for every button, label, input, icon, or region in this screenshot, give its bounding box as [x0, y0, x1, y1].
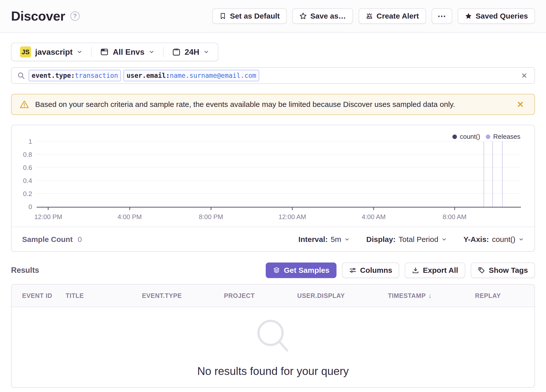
star-filled-icon [465, 12, 472, 20]
sample-count: Sample Count 0 [22, 235, 82, 244]
x-axis-tick-label: 12:00 AM [279, 213, 306, 221]
export-all-button[interactable]: Export All [405, 263, 465, 278]
interval-label: Interval: [298, 235, 328, 244]
create-alert-label: Create Alert [377, 12, 419, 20]
search-query[interactable]: event.type:transaction user.email:name.s… [29, 70, 516, 81]
legend-item-count[interactable]: count() [452, 133, 480, 141]
column-header-title[interactable]: TITLE [66, 292, 142, 299]
x-axis-tick-label: 4:00 PM [117, 213, 142, 221]
gridline [37, 180, 521, 181]
calendar-icon [172, 48, 181, 56]
count-series-dot-icon [452, 135, 457, 139]
time-range-filter[interactable]: 24H [164, 43, 218, 61]
y-axis-tick-label: 1 [29, 138, 32, 146]
display-value: Total Period [398, 235, 438, 244]
interval-dropdown[interactable]: Interval: 5m [298, 235, 350, 244]
column-label: EVENT.TYPE [142, 292, 182, 299]
clear-search-icon[interactable]: ✕ [520, 70, 529, 82]
set-as-default-label: Set as Default [230, 12, 280, 20]
chevron-down-icon [518, 237, 524, 242]
column-header-replay[interactable]: REPLAY [475, 292, 524, 299]
project-filter[interactable]: JS javascript [12, 43, 91, 61]
token-key: user.email: [126, 72, 170, 79]
chevron-down-icon [77, 49, 83, 55]
table-empty-state: No results found for your query [12, 307, 534, 388]
sliders-icon [349, 267, 357, 274]
y-axis-tick-label: 0.6 [23, 164, 32, 172]
column-header-event-type[interactable]: EVENT.TYPE [142, 292, 224, 299]
window-icon [100, 48, 109, 56]
page-title: Discover [11, 9, 65, 24]
column-header-user-display[interactable]: USER.DISPLAY [297, 292, 388, 299]
x-axis-tick [211, 208, 211, 210]
display-dropdown[interactable]: Display: Total Period [366, 235, 447, 244]
sample-count-label: Sample Count [22, 235, 73, 244]
column-label: EVENT ID [22, 292, 52, 299]
export-all-label: Export All [423, 266, 458, 275]
column-label: USER.DISPLAY [297, 292, 345, 299]
x-axis-tick [48, 208, 49, 210]
search-token[interactable]: event.type:transaction [29, 70, 121, 81]
x-axis-tick-label: 12:00 PM [34, 213, 62, 221]
release-line [492, 142, 493, 207]
column-header-event-id[interactable]: EVENT ID [22, 292, 66, 299]
chevron-down-icon [344, 237, 350, 242]
help-icon[interactable]: ? [70, 11, 80, 21]
gridline [37, 141, 521, 142]
column-header-project[interactable]: PROJECT [224, 292, 297, 299]
x-axis-tick [292, 208, 293, 210]
environment-filter[interactable]: All Envs [92, 43, 163, 61]
y-axis-tick-label: 0 [29, 203, 32, 211]
gridline [37, 193, 521, 194]
set-as-default-button[interactable]: Set as Default [212, 8, 287, 24]
search-bar[interactable]: event.type:transaction user.email:name.s… [11, 67, 535, 84]
results-row: Results Get Samples Columns Export All [11, 263, 535, 278]
saved-queries-label: Saved Queries [476, 12, 528, 20]
sort-descending-icon: ↓ [428, 292, 432, 300]
ellipsis-icon: ⋯ [438, 11, 446, 21]
more-options-button[interactable]: ⋯ [432, 8, 452, 24]
saved-queries-button[interactable]: Saved Queries [458, 8, 535, 24]
token-key: event.type: [32, 72, 75, 79]
show-tags-button[interactable]: Show Tags [471, 263, 535, 278]
legend-item-releases[interactable]: Releases [486, 133, 520, 141]
interval-value: 5m [331, 235, 341, 244]
bookmark-icon [219, 13, 226, 20]
x-axis-tick-label: 4:00 AM [362, 213, 386, 221]
column-label: PROJECT [224, 292, 255, 299]
banner-close-icon[interactable]: ✕ [514, 98, 527, 110]
chart-body: count() Releases 00.20.40.60.8112:00 PM4… [12, 125, 534, 227]
page-header: Discover ? Set as Default Save as… Creat… [0, 0, 546, 33]
title-wrap: Discover ? [11, 9, 80, 24]
chevron-down-icon [441, 237, 447, 242]
chart-card: count() Releases 00.20.40.60.8112:00 PM4… [11, 125, 535, 252]
token-value: transaction [75, 72, 118, 79]
token-value: name.surname@email.com [170, 72, 256, 79]
display-label: Display: [366, 235, 396, 244]
search-icon [17, 72, 25, 80]
columns-button[interactable]: Columns [342, 263, 399, 278]
save-as-button[interactable]: Save as… [292, 8, 353, 24]
chart-legend: count() Releases [452, 133, 520, 141]
javascript-platform-icon: JS [20, 46, 31, 57]
column-header-timestamp[interactable]: TIMESTAMP ↓ [388, 292, 475, 300]
gridline [37, 167, 521, 168]
banner-message: Based on your search criteria and sample… [35, 100, 508, 109]
chart-footer: Sample Count 0 Interval: 5m Display: Tot… [12, 227, 534, 252]
get-samples-button[interactable]: Get Samples [266, 263, 336, 278]
siren-icon [366, 12, 373, 20]
column-label: TIMESTAMP [388, 292, 426, 299]
gridline [37, 154, 521, 155]
results-title: Results [11, 266, 39, 275]
empty-state-message: No results found for your query [197, 365, 349, 377]
legend-releases-label: Releases [493, 133, 520, 141]
legend-count-label: count() [460, 133, 480, 141]
create-alert-button[interactable]: Create Alert [359, 8, 426, 24]
x-axis-tick [454, 208, 455, 210]
empty-search-icon [253, 316, 293, 356]
y-axis-dropdown[interactable]: Y-Axis: count() [463, 235, 524, 244]
table-header-row: EVENT ID TITLE EVENT.TYPE PROJECT USER.D… [12, 285, 534, 307]
x-axis-tick [129, 208, 130, 210]
search-token[interactable]: user.email:name.surname@email.com [123, 70, 259, 81]
chevron-down-icon [203, 49, 209, 55]
